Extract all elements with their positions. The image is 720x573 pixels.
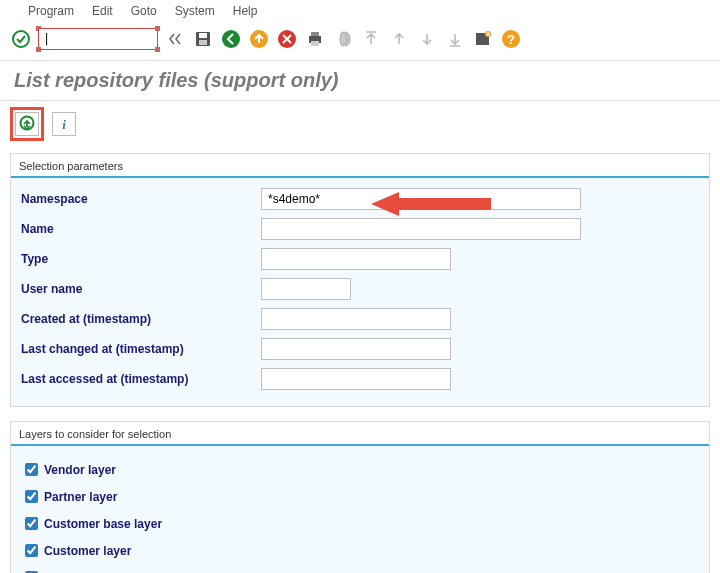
svg-rect-9 (311, 41, 319, 46)
layer-label: Partner layer (44, 490, 117, 504)
menu-help[interactable]: Help (233, 4, 258, 18)
execute-button[interactable] (15, 112, 39, 136)
menu-system[interactable]: System (175, 4, 215, 18)
layer-label: Customer layer (44, 544, 131, 558)
changed-input[interactable] (261, 338, 451, 360)
type-input[interactable] (261, 248, 451, 270)
namespace-label: Namespace (21, 192, 261, 206)
layer-row: Customer layer (21, 541, 705, 560)
last-page-icon[interactable] (444, 28, 466, 50)
layer-checkbox[interactable] (25, 490, 38, 503)
layer-checkbox[interactable] (25, 463, 38, 476)
next-page-icon[interactable] (416, 28, 438, 50)
type-label: Type (21, 252, 261, 266)
user-label: User name (21, 282, 261, 296)
command-field[interactable] (38, 28, 158, 50)
page-title: List repository files (support only) (0, 61, 720, 101)
prev-page-icon[interactable] (388, 28, 410, 50)
print-icon[interactable] (304, 28, 326, 50)
layer-checkbox[interactable] (25, 544, 38, 557)
menu-goto[interactable]: Goto (131, 4, 157, 18)
user-input[interactable] (261, 278, 351, 300)
created-input[interactable] (261, 308, 451, 330)
app-toolbar: i (0, 101, 720, 147)
accessed-input[interactable] (261, 368, 451, 390)
layers-title: Layers to consider for selection (11, 422, 709, 446)
menu-program[interactable]: Program (28, 4, 74, 18)
layer-label: Customer base layer (44, 517, 162, 531)
layer-row: Partner layer (21, 487, 705, 506)
cancel-icon[interactable] (276, 28, 298, 50)
layers-group: Layers to consider for selection Vendor … (10, 421, 710, 573)
menu-edit[interactable]: Edit (92, 4, 113, 18)
system-toolbar: ? (0, 22, 720, 61)
svg-text:?: ? (507, 32, 515, 47)
svg-rect-2 (199, 33, 207, 38)
info-button[interactable]: i (52, 112, 76, 136)
enter-button[interactable] (10, 28, 32, 50)
layer-checkbox[interactable] (25, 517, 38, 530)
namespace-input[interactable] (261, 188, 581, 210)
find-icon[interactable] (332, 28, 354, 50)
name-input[interactable] (261, 218, 581, 240)
exit-icon[interactable] (248, 28, 270, 50)
command-field-wrap (38, 28, 158, 50)
created-label: Created at (timestamp) (21, 312, 261, 326)
svg-rect-3 (199, 40, 207, 45)
name-label: Name (21, 222, 261, 236)
selection-parameters-title: Selection parameters (11, 154, 709, 178)
collapse-icon[interactable] (164, 28, 186, 50)
layer-row: Vendor layer (21, 460, 705, 479)
svg-point-0 (13, 31, 29, 47)
first-page-icon[interactable] (360, 28, 382, 50)
accessed-label: Last accessed at (timestamp) (21, 372, 261, 386)
execute-highlight (10, 107, 44, 141)
changed-label: Last changed at (timestamp) (21, 342, 261, 356)
layer-label: Vendor layer (44, 463, 116, 477)
svg-text:i: i (62, 117, 66, 132)
back-icon[interactable] (220, 28, 242, 50)
menubar: Program Edit Goto System Help (0, 0, 720, 22)
layer-row: Load layer (21, 568, 705, 573)
svg-point-4 (222, 30, 240, 48)
save-icon[interactable] (192, 28, 214, 50)
help-icon[interactable]: ? (500, 28, 522, 50)
svg-rect-8 (311, 32, 319, 36)
layer-row: Customer base layer (21, 514, 705, 533)
new-session-icon[interactable] (472, 28, 494, 50)
selection-parameters-group: Selection parameters Namespace Name Type… (10, 153, 710, 407)
